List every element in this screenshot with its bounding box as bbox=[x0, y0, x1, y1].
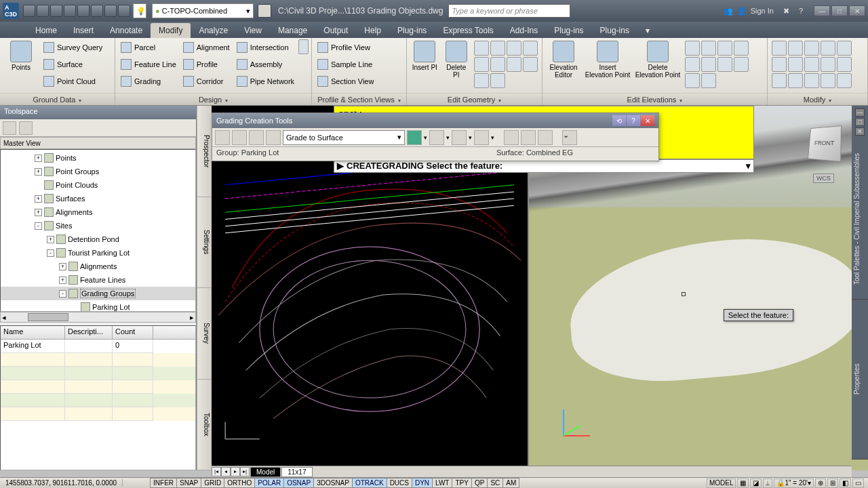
gt-close-icon[interactable]: ✕ bbox=[641, 115, 654, 126]
sb-grid-icon[interactable]: ▦ bbox=[737, 479, 749, 488]
tree-hscroll[interactable]: ◂▸ bbox=[0, 312, 196, 323]
ucs-icon[interactable] bbox=[563, 409, 564, 436]
insert-pi-button[interactable]: Insert PI bbox=[410, 39, 440, 73]
parcel-button[interactable]: Parcel bbox=[118, 39, 179, 56]
viewcube[interactable]: FRONT bbox=[808, 125, 842, 162]
modify-tool-icon[interactable] bbox=[788, 57, 803, 72]
toggle-otrack[interactable]: OTRACK bbox=[352, 478, 387, 488]
surface-button[interactable]: Surface bbox=[41, 56, 105, 73]
geom-tool-icon[interactable] bbox=[507, 57, 521, 72]
geom-tool-icon[interactable] bbox=[490, 41, 505, 56]
toggle-am[interactable]: AM bbox=[502, 478, 519, 488]
geom-tool-icon[interactable] bbox=[490, 73, 505, 88]
infocenter-icon[interactable]: 👥 bbox=[724, 7, 733, 16]
tree-item-feature-lines[interactable]: +Feature Lines bbox=[1, 273, 195, 287]
close-icon[interactable]: ✕ bbox=[849, 5, 865, 16]
gt-group-icon[interactable] bbox=[215, 130, 230, 145]
col-desc[interactable]: Descripti... bbox=[65, 326, 113, 339]
qat-save-icon[interactable] bbox=[50, 5, 62, 17]
grid-row[interactable]: Parking Lot 0 bbox=[1, 340, 195, 353]
sb-tool-icon[interactable]: ⟂ bbox=[763, 479, 772, 488]
signin-icon[interactable]: 👤 bbox=[737, 7, 747, 16]
ribbon-tab-annotate[interactable]: Annotate bbox=[102, 23, 151, 38]
toggle-polar[interactable]: POLAR bbox=[254, 478, 284, 488]
modify-tool-icon[interactable] bbox=[821, 41, 835, 56]
gt-pin-icon[interactable]: ⟲ bbox=[612, 115, 626, 126]
elev-tool-icon[interactable] bbox=[734, 57, 749, 72]
elevation-editor-button[interactable]: Elevation Editor bbox=[545, 39, 582, 80]
palette-max-icon[interactable]: □ bbox=[855, 118, 865, 126]
toggle-3dosnap[interactable]: 3DOSNAP bbox=[313, 478, 353, 488]
elev-tool-icon[interactable] bbox=[701, 57, 716, 72]
section-view-button[interactable]: Section View bbox=[315, 73, 376, 89]
modify-tool-icon[interactable] bbox=[804, 57, 819, 72]
survey-query-button[interactable]: Survey Query bbox=[41, 39, 105, 56]
palette-tab-tool-palettes[interactable]: Tool Palettes - Civil Imperial Subassemb… bbox=[852, 140, 868, 300]
exchange-icon[interactable]: ✖ bbox=[783, 7, 789, 16]
elev-tool-icon[interactable] bbox=[685, 41, 700, 56]
expand-icon[interactable]: - bbox=[59, 290, 66, 298]
expand-icon[interactable]: + bbox=[35, 195, 42, 203]
qat-open-icon[interactable] bbox=[37, 5, 49, 17]
tree-item-parking-lot[interactable]: Parking Lot bbox=[1, 300, 195, 312]
qat-saveas-icon[interactable] bbox=[64, 5, 76, 17]
toggle-ortho[interactable]: ORTHO bbox=[224, 478, 255, 488]
chevron-down-icon[interactable] bbox=[224, 96, 228, 104]
layer-bulb-icon[interactable]: 💡 bbox=[133, 3, 146, 18]
geom-tool-icon[interactable] bbox=[523, 41, 538, 56]
elev-tool-icon[interactable] bbox=[685, 57, 700, 72]
intersection-button[interactable]: Intersection bbox=[234, 39, 297, 56]
point-cloud-button[interactable]: Point Cloud bbox=[41, 73, 105, 89]
tree-item-alignments[interactable]: +Alignments bbox=[1, 260, 195, 273]
grading-toolbar-title[interactable]: Grading Creation Tools ⟲ ? ✕ bbox=[212, 113, 658, 128]
modify-tool-icon[interactable] bbox=[772, 57, 787, 72]
tree-item-points[interactable]: +Points bbox=[1, 151, 195, 165]
profile-button[interactable]: Profile bbox=[180, 56, 233, 73]
delete-pi-button[interactable]: Delete PI bbox=[441, 39, 472, 80]
qat-undo-icon[interactable] bbox=[91, 5, 103, 17]
modify-tool-icon[interactable] bbox=[804, 41, 819, 56]
toggle-sc[interactable]: SC bbox=[487, 478, 503, 488]
assembly-button[interactable]: Assembly bbox=[234, 56, 297, 73]
side-tab-settings[interactable]: Settings bbox=[197, 197, 212, 289]
ribbon-tab-manage[interactable]: Manage bbox=[270, 23, 315, 38]
tab-nav-prev-icon[interactable]: ◂ bbox=[221, 467, 231, 476]
sb-tool-icon[interactable]: ◧ bbox=[840, 479, 851, 488]
gt-target-icon[interactable] bbox=[232, 130, 247, 145]
modify-tool-icon[interactable] bbox=[821, 73, 835, 88]
modify-tool-icon[interactable] bbox=[772, 41, 787, 56]
palette-tab-properties[interactable]: Properties bbox=[852, 300, 868, 460]
ribbon-tab-view[interactable]: View bbox=[236, 23, 270, 38]
grading-button[interactable]: Grading bbox=[118, 73, 179, 89]
gt-tool-icon[interactable] bbox=[452, 130, 467, 145]
gt-tool-icon[interactable] bbox=[407, 130, 422, 145]
model-space-button[interactable]: MODEL bbox=[707, 479, 736, 488]
annotation-scale[interactable]: 🔒 1" = 20' ▾ bbox=[774, 479, 814, 488]
sample-line-button[interactable]: Sample Line bbox=[315, 56, 376, 73]
gt-help-icon[interactable]: ? bbox=[627, 115, 640, 126]
toggle-lwt[interactable]: LWT bbox=[432, 478, 452, 488]
ribbon-tab-modify[interactable]: Modify bbox=[151, 23, 191, 38]
ribbon-tab-help[interactable]: Help bbox=[356, 23, 389, 38]
delete-elev-pt-button[interactable]: Delete Elevation Point bbox=[633, 39, 682, 80]
pipe-network-button[interactable]: Pipe Network bbox=[234, 73, 297, 89]
geom-tool-icon[interactable] bbox=[507, 41, 521, 56]
geom-tool-icon[interactable] bbox=[474, 73, 489, 88]
ribbon-tab-output[interactable]: Output bbox=[315, 23, 356, 38]
expand-icon[interactable]: + bbox=[35, 168, 42, 176]
toggle-dyn[interactable]: DYN bbox=[412, 478, 433, 488]
toggle-snap[interactable]: SNAP bbox=[176, 478, 201, 488]
coordinates[interactable]: 1455803.7037, 901611.7016, 0.0000 bbox=[0, 479, 123, 487]
modify-tool-icon[interactable] bbox=[772, 73, 787, 88]
elev-tool-icon[interactable] bbox=[701, 73, 716, 88]
expand-icon[interactable]: + bbox=[59, 263, 66, 270]
signin-label[interactable]: Sign In bbox=[751, 7, 774, 15]
qat-new-icon[interactable] bbox=[23, 5, 35, 17]
modify-tool-icon[interactable] bbox=[821, 57, 835, 72]
prospector-tree[interactable]: +Points+Point GroupsPoint Clouds+Surface… bbox=[0, 149, 196, 312]
sb-tool-icon[interactable]: ▭ bbox=[852, 479, 864, 488]
ribbon-tab-express-tools[interactable]: Express Tools bbox=[435, 23, 501, 38]
toggle-tpy[interactable]: TPY bbox=[452, 478, 471, 488]
ribbon-tab-analyze[interactable]: Analyze bbox=[191, 23, 236, 38]
chevron-down-icon[interactable] bbox=[678, 96, 682, 104]
